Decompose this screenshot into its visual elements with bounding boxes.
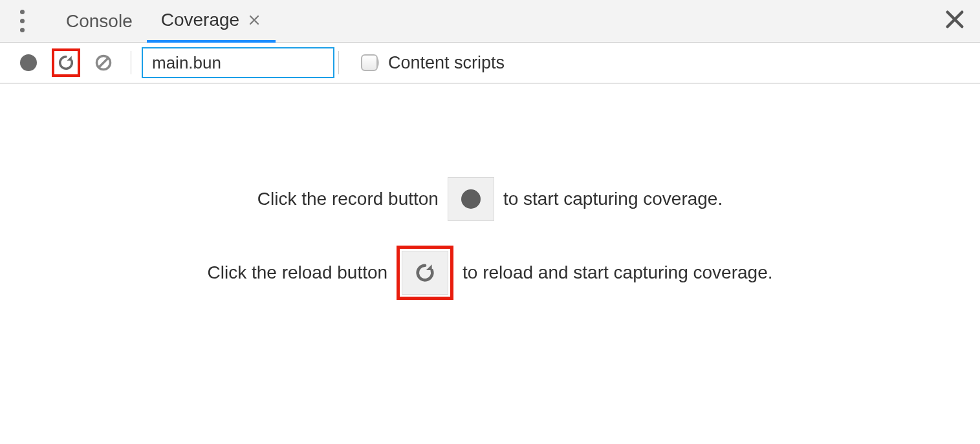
reload-button[interactable] [52, 48, 80, 77]
tab-bar: Console Coverage [0, 0, 980, 43]
content-scripts-checkbox[interactable]: Content scripts [361, 53, 505, 73]
url-filter-input[interactable] [152, 53, 362, 73]
coverage-empty-state: Click the record button to start capturi… [0, 84, 980, 444]
inline-record-button[interactable] [448, 177, 494, 221]
record-icon [461, 189, 481, 209]
close-icon [945, 10, 964, 29]
record-button[interactable] [14, 48, 43, 77]
hint-text: Click the record button [257, 189, 439, 209]
kebab-menu-icon[interactable] [12, 8, 32, 34]
close-icon [249, 15, 259, 25]
tab-coverage[interactable]: Coverage [147, 0, 276, 43]
hint-text: Click the reload button [207, 262, 387, 283]
close-panel-button[interactable] [945, 10, 964, 33]
dot-icon [20, 19, 25, 23]
ban-icon [94, 54, 113, 72]
svg-line-1 [99, 58, 108, 67]
checkbox-label: Content scripts [388, 53, 505, 73]
hint-reload-line: Click the reload button to reload and st… [207, 246, 772, 300]
tab-console[interactable]: Console [52, 0, 147, 43]
dot-icon [20, 10, 25, 14]
hint-record-line: Click the record button to start capturi… [257, 177, 723, 221]
reload-icon [414, 262, 436, 284]
toolbar-divider [338, 51, 339, 74]
tab-label: Console [66, 11, 133, 32]
close-tab-button[interactable] [247, 13, 261, 27]
hint-text: to reload and start capturing coverage. [463, 262, 772, 283]
tab-label: Coverage [161, 10, 239, 30]
checkbox-box-icon [361, 54, 378, 71]
dot-icon [20, 28, 25, 32]
toolbar-divider [131, 51, 131, 74]
hint-text: to start capturing coverage. [503, 189, 723, 209]
highlight-frame [397, 246, 453, 300]
reload-icon [57, 54, 75, 72]
clear-button[interactable] [89, 48, 118, 77]
coverage-toolbar: Content scripts [0, 43, 980, 84]
inline-reload-button[interactable] [402, 251, 448, 295]
record-icon [20, 54, 37, 71]
filter-container [142, 47, 334, 78]
